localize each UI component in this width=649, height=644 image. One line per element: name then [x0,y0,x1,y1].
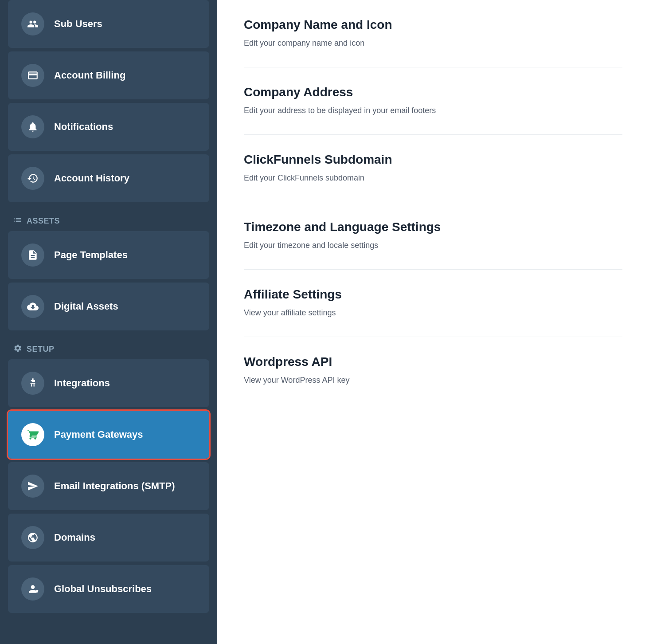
assets-section-icon [13,216,22,227]
sidebar-item-global-unsubscribes[interactable]: Global Unsubscribes [8,565,209,613]
setup-section-header: Setup [0,334,217,359]
sidebar-item-email-integrations[interactable]: Email Integrations (SMTP) [8,462,209,510]
timezone-language-title: Timezone and Language Settings [244,220,622,234]
setup-section-icon [13,344,22,355]
affiliate-settings-description: View your affiliate settings [244,307,622,319]
timezone-language-section: Timezone and Language Settings Edit your… [244,202,622,270]
sidebar-item-page-templates[interactable]: Page Templates [8,231,209,279]
bell-icon [21,115,44,138]
history-icon [21,167,44,190]
assets-section-label: Assets [27,216,60,226]
clickfunnels-subdomain-section: ClickFunnels Subdomain Edit your ClickFu… [244,135,622,202]
email-icon [21,475,44,498]
company-name-section: Company Name and Icon Edit your company … [244,0,622,67]
company-name-description: Edit your company name and icon [244,37,622,49]
affiliate-settings-section: Affiliate Settings View your affiliate s… [244,270,622,337]
sidebar-item-notifications[interactable]: Notifications [8,103,209,151]
company-address-section: Company Address Edit your address to be … [244,67,622,135]
clickfunnels-subdomain-title: ClickFunnels Subdomain [244,153,622,167]
company-name-title: Company Name and Icon [244,18,622,32]
company-address-title: Company Address [244,85,622,99]
cart-icon [21,423,44,446]
sidebar-item-label: Notifications [54,121,113,133]
sidebar-item-account-history[interactable]: Account History [8,154,209,202]
sidebar-item-digital-assets[interactable]: Digital Assets [8,283,209,330]
sidebar-item-label: Sub Users [54,18,102,30]
company-address-description: Edit your address to be displayed in you… [244,105,622,117]
sidebar-item-account-billing[interactable]: Account Billing [8,51,209,99]
sidebar-item-label: Global Unsubscribes [54,583,152,595]
unsubscribe-icon [21,577,44,601]
sidebar-item-label: Payment Gateways [54,429,143,440]
sidebar: Sub Users Account Billing Notifications … [0,0,217,644]
plug-icon [21,372,44,395]
wordpress-api-description: View your WordPress API key [244,374,622,386]
sidebar-item-label: Email Integrations (SMTP) [54,480,175,492]
page-icon [21,243,44,267]
wordpress-api-title: Wordpress API [244,355,622,369]
wordpress-api-section: Wordpress API View your WordPress API ke… [244,337,622,404]
sidebar-item-label: Digital Assets [54,301,118,312]
main-content: Company Name and Icon Edit your company … [217,0,649,644]
sidebar-item-label: Account Billing [54,70,125,81]
setup-section-label: Setup [27,345,55,354]
sidebar-item-sub-users[interactable]: Sub Users [8,0,209,48]
affiliate-settings-title: Affiliate Settings [244,287,622,302]
download-icon [21,295,44,318]
sidebar-item-domains[interactable]: Domains [8,514,209,562]
globe-icon [21,526,44,549]
sidebar-item-integrations[interactable]: Integrations [8,359,209,407]
clickfunnels-subdomain-description: Edit your ClickFunnels subdomain [244,172,622,184]
users-icon [21,12,44,35]
sidebar-item-label: Page Templates [54,249,128,261]
timezone-language-description: Edit your timezone and locale settings [244,240,622,251]
sidebar-item-payment-gateways[interactable]: Payment Gateways [8,411,209,459]
sidebar-item-label: Domains [54,532,95,543]
assets-section-header: Assets [0,206,217,231]
sidebar-item-label: Account History [54,173,129,184]
sidebar-item-label: Integrations [54,377,110,389]
credit-card-icon [21,64,44,87]
